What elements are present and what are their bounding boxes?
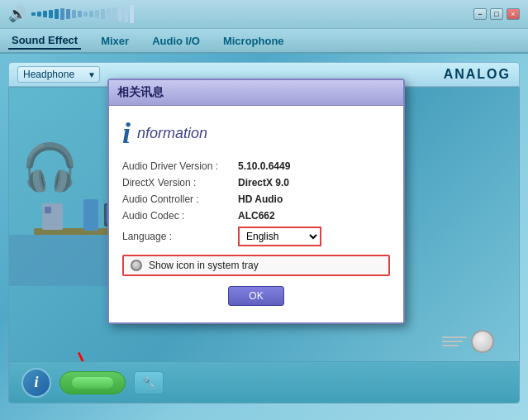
vol-bar-16 <box>118 7 122 21</box>
vol-bar-8 <box>72 10 76 18</box>
vol-bar-14 <box>107 8 111 20</box>
driver-value: 5.10.0.6449 <box>238 160 290 172</box>
vol-bar-1 <box>31 12 36 16</box>
info-row-codec: Audio Codec : ALC662 <box>122 210 390 222</box>
maximize-button[interactable]: □ <box>490 8 503 20</box>
codec-value: ALC662 <box>238 210 275 222</box>
info-button[interactable]: i <box>21 368 51 398</box>
controller-label: Audio Controller : <box>122 193 238 205</box>
dialog-title-bar: 相关讯息 <box>109 80 403 106</box>
info-row-directx: DirectX Version : DirectX 9.0 <box>122 177 390 189</box>
top-bar: 🔊 − □ × <box>0 0 528 29</box>
tab-microphone[interactable]: Microphone <box>220 33 288 49</box>
dialog-body: i nformation Audio Driver Version : 5.10… <box>109 106 403 322</box>
directx-label: DirectX Version : <box>122 177 238 189</box>
bottom-bar: i 🔧 <box>9 361 519 403</box>
toggle-line-2 <box>442 341 463 342</box>
system-tray-label: Show icon in system tray <box>149 260 259 271</box>
speaker-toggle-area <box>442 330 494 353</box>
vol-bar-9 <box>78 11 82 17</box>
minimize-button[interactable]: − <box>473 8 487 20</box>
dialog-header-text: nformation <box>137 125 207 142</box>
info-row-driver: Audio Driver Version : 5.10.0.6449 <box>122 160 390 172</box>
device-label: Headphone <box>23 69 74 80</box>
analog-label: ANALOG <box>444 67 511 82</box>
radio-button[interactable] <box>131 260 142 271</box>
nav-tabs: Sound Effect Mixer Audio I/O Microphone <box>0 29 528 54</box>
equalizer-button[interactable]: 🔧 <box>134 371 164 394</box>
info-i-icon: i <box>122 116 131 150</box>
vol-bar-17 <box>124 6 128 22</box>
chevron-down-icon: ▼ <box>88 70 96 79</box>
volume-slider-area[interactable] <box>31 5 134 23</box>
vol-bar-15 <box>112 7 117 21</box>
vol-bar-11 <box>89 11 93 17</box>
driver-label: Audio Driver Version : <box>122 160 238 172</box>
vol-bar-7 <box>66 9 70 19</box>
dialog-title: 相关讯息 <box>117 85 164 98</box>
vol-bar-12 <box>95 10 99 18</box>
toggle-line-1 <box>442 336 467 338</box>
dialog-header: i nformation <box>122 116 390 150</box>
language-select[interactable]: English Chinese Japanese German French <box>238 227 321 246</box>
info-icon: i <box>34 374 38 391</box>
vol-bar-5 <box>55 9 59 19</box>
vol-bar-18 <box>130 5 134 23</box>
tab-sound-effect[interactable]: Sound Effect <box>8 32 81 50</box>
language-row: Language : English Chinese Japanese Germ… <box>122 227 390 246</box>
dialog-footer: OK <box>122 286 390 313</box>
tab-audio-io[interactable]: Audio I/O <box>149 33 203 49</box>
language-label: Language : <box>122 231 238 242</box>
info-row-controller: Audio Controller : HD Audio <box>122 193 390 205</box>
speaker-icon: 🔊 <box>8 5 26 23</box>
main-content: Headphone ▼ ANALOG 🎧 GX/网 <box>0 54 528 420</box>
toggle-lines <box>442 336 467 346</box>
vol-bar-2 <box>37 12 41 17</box>
info-dialog: 相关讯息 i nformation Audio Driver Version :… <box>107 79 405 324</box>
system-tray-row[interactable]: Show icon in system tray <box>122 255 390 276</box>
device-select[interactable]: Headphone ▼ <box>17 66 100 83</box>
green-button-inner <box>72 377 113 389</box>
vol-bar-10 <box>83 12 88 17</box>
window-controls: − □ × <box>473 8 520 20</box>
vol-bar-6 <box>60 8 64 20</box>
close-button[interactable]: × <box>507 8 520 20</box>
codec-label: Audio Codec : <box>122 210 238 222</box>
wrench-icon: 🔧 <box>142 376 156 389</box>
toggle-line-3 <box>442 345 459 346</box>
controller-value: HD Audio <box>238 193 283 205</box>
vol-bar-3 <box>43 11 47 17</box>
vol-bar-4 <box>49 10 53 18</box>
tab-mixer[interactable]: Mixer <box>98 33 132 49</box>
green-button[interactable] <box>59 371 126 394</box>
toggle-circle[interactable] <box>471 330 494 353</box>
directx-value: DirectX 9.0 <box>238 177 289 189</box>
vol-bar-13 <box>101 9 105 19</box>
ok-button[interactable]: OK <box>228 286 283 306</box>
